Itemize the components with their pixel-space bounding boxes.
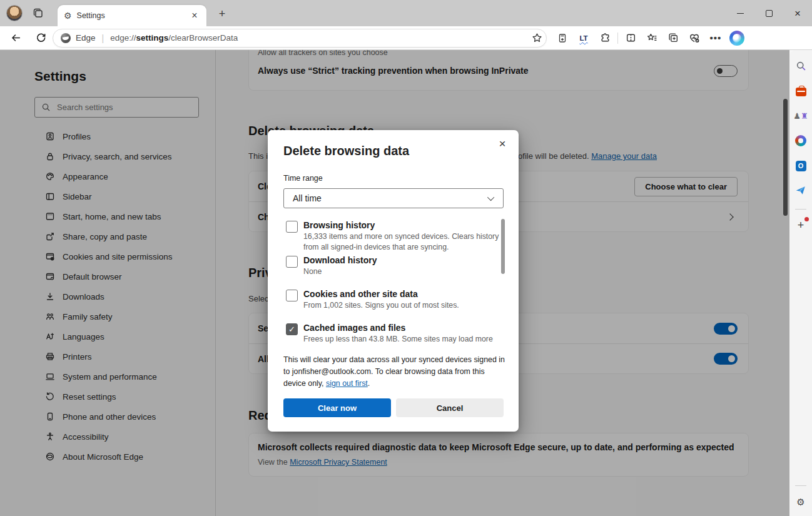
profile-avatar[interactable] — [6, 5, 23, 21]
address-bar[interactable]: Edge | edge://settings/clearBrowserData — [53, 29, 547, 48]
outlook-icon[interactable]: O — [791, 156, 810, 175]
data-type-desc: None — [303, 266, 377, 277]
dialog-list-scrollbar[interactable] — [501, 219, 505, 274]
edge-logo-icon — [61, 33, 71, 43]
data-type-item: ✓Cached images and filesFrees up less th… — [283, 323, 493, 345]
window-controls: × — [726, 0, 812, 26]
favorites-icon[interactable] — [641, 29, 662, 48]
unchecked-checkbox[interactable] — [286, 256, 298, 268]
data-types-list: Browsing history16,333 items and more on… — [283, 218, 504, 350]
browser-essentials-icon[interactable] — [684, 29, 705, 48]
search-icon[interactable] — [791, 56, 810, 75]
time-range-select[interactable]: All time — [283, 188, 504, 208]
m365-icon[interactable] — [791, 131, 810, 150]
settings-gear-favicon: ⚙ — [64, 11, 72, 20]
titlebar: ⚙ Settings × + × — [0, 0, 812, 26]
data-type-item: Browsing history16,333 items and more on… — [283, 220, 501, 253]
data-type-desc: 16,333 items and more on synced devices.… — [303, 231, 501, 253]
tab-title: Settings — [77, 11, 189, 20]
sign-out-first-link[interactable]: sign out first — [326, 379, 368, 388]
chevron-down-icon — [487, 194, 494, 201]
split-screen-icon[interactable] — [620, 29, 641, 48]
browser-label: Edge — [76, 33, 96, 43]
browser-toolbar: Edge | edge://settings/clearBrowserData … — [0, 26, 812, 50]
minimize-icon[interactable] — [726, 0, 754, 26]
cancel-button[interactable]: Cancel — [396, 398, 504, 417]
tools-icon[interactable] — [791, 81, 810, 100]
sync-note: This will clear your data across all you… — [283, 354, 506, 390]
url-text[interactable]: edge://settings/clearBrowserData — [110, 33, 532, 43]
unchecked-checkbox[interactable] — [286, 290, 298, 301]
time-range-value: All time — [293, 193, 322, 203]
browser-tab-settings[interactable]: ⚙ Settings × — [58, 5, 206, 26]
notification-dot — [804, 217, 809, 221]
tab-close-icon[interactable]: × — [189, 10, 200, 21]
data-type-label: Browsing history — [303, 220, 501, 230]
new-tab-icon[interactable]: + — [215, 8, 229, 21]
more-icon[interactable]: ••• — [705, 29, 726, 48]
data-type-desc: From 1,002 sites. Signs you out of most … — [303, 300, 459, 311]
reading-list-add-icon[interactable] — [552, 29, 573, 48]
games-icon[interactable]: ♟♜ — [791, 106, 810, 125]
data-type-label: Download history — [303, 255, 377, 265]
data-type-label: Cached images and files — [303, 323, 493, 333]
checked-checkbox[interactable]: ✓ — [286, 323, 298, 335]
drop-icon[interactable] — [791, 181, 810, 200]
data-type-item: Download historyNone — [283, 255, 377, 277]
browser-content: Settings Search settings ProfilesPrivacy… — [0, 50, 812, 516]
edge-sidebar-rail: ♟♜ O + ⚙ — [789, 50, 812, 516]
back-icon[interactable] — [5, 29, 26, 48]
time-range-label: Time range — [283, 174, 323, 183]
rail-divider — [795, 209, 806, 210]
collections-icon[interactable] — [662, 29, 684, 48]
dialog-close-icon[interactable]: × — [495, 136, 510, 151]
delete-browsing-data-dialog: × Delete browsing data Time range All ti… — [268, 130, 519, 432]
dialog-title: Delete browsing data — [283, 144, 409, 158]
rail-bottom-divider — [795, 485, 806, 486]
favorite-star-icon[interactable] — [532, 33, 542, 43]
customize-plus-icon[interactable]: + — [791, 216, 810, 235]
close-icon[interactable]: × — [783, 0, 812, 26]
workspaces-icon[interactable] — [33, 8, 44, 19]
languagetool-extension-icon[interactable]: LT — [573, 29, 594, 48]
unchecked-checkbox[interactable] — [286, 221, 298, 233]
data-type-item: Cookies and other site dataFrom 1,002 si… — [283, 289, 459, 311]
maximize-icon[interactable] — [754, 0, 783, 26]
clear-now-button[interactable]: Clear now — [283, 398, 391, 417]
refresh-icon[interactable] — [30, 29, 51, 48]
extension-icon[interactable] — [594, 29, 616, 48]
sidebar-settings-gear-icon[interactable]: ⚙ — [791, 492, 810, 511]
data-type-label: Cookies and other site data — [303, 289, 459, 299]
copilot-icon[interactable] — [726, 29, 748, 48]
data-type-desc: Frees up less than 43.8 MB. Some sites m… — [303, 334, 493, 345]
